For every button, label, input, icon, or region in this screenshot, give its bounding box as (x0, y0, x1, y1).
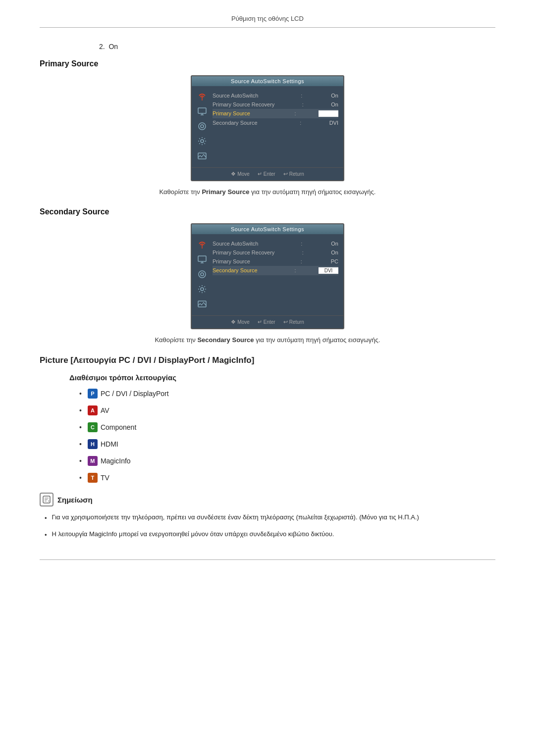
svg-rect-11 (198, 256, 206, 261)
mode-label-av: AV (101, 406, 109, 414)
secondary-source-description: Καθορίστε την Secondary Source για την α… (40, 336, 495, 344)
note-text-2: Η λειτουργία MagicInfo μπορεί να ενεργοπ… (52, 529, 334, 539)
mode-label-component: Component (101, 423, 136, 431)
mode-label-hdmi: HDMI (101, 440, 118, 448)
badge-av: A (88, 405, 98, 415)
osd-icon-s5 (197, 299, 208, 309)
mode-list: • P PC / DVI / DisplayPort • A AV • C Co… (79, 389, 495, 483)
svg-point-5 (199, 123, 206, 130)
osd-icon-s2 (197, 254, 208, 265)
picture-section-title: Picture [Λειτουργία PC / DVI / DisplayPo… (40, 355, 495, 365)
list-item-component: • C Component (79, 422, 495, 432)
badge-pc: P (88, 389, 98, 399)
list-item-hdmi: • H HDMI (79, 439, 495, 449)
mode-label-tv: TV (101, 474, 109, 482)
osd-footer-primary: ❖ Move ↵ Enter ↩ Return (192, 167, 343, 180)
primary-source-description: Καθορίστε την Primary Source για την αυτ… (40, 188, 495, 196)
svg-rect-2 (198, 108, 206, 113)
osd-icon-s3 (197, 269, 208, 280)
note-section: Σημείωση • Για να χρησιμοποιήσετε την τη… (40, 493, 495, 540)
osd-row-s-recovery: Primary Source Recovery : On (213, 248, 338, 257)
osd-menu-secondary: Source AutoSwitch : On Primary Source Re… (213, 239, 338, 309)
secondary-source-screen: Source AutoSwitch Settings (40, 223, 495, 329)
note-list: • Για να χρησιμοποιήσετε την τηλεόραση, … (45, 512, 495, 540)
svg-point-6 (201, 125, 204, 128)
badge-component: C (88, 422, 98, 432)
osd-footer-secondary: ❖ Move ↵ Enter ↩ Return (192, 315, 343, 328)
osd-icon-5 (197, 151, 208, 161)
osd-row-secondary-source-1: Secondary Source : DVI (213, 118, 338, 127)
svg-point-10 (202, 245, 203, 246)
secondary-source-title: Secondary Source (40, 207, 495, 216)
page-title: Ρύθμιση της οθόνης LCD (231, 15, 304, 22)
note-item-2: • Η λειτουργία MagicInfo μπορεί να ενεργ… (45, 529, 495, 540)
osd-row-s-secondary: Secondary Source : DVI (213, 266, 338, 275)
osd-icon-4 (197, 136, 208, 147)
osd-icon-2 (197, 106, 208, 117)
note-header: Σημείωση (40, 493, 495, 506)
osd-title-secondary: Source AutoSwitch Settings (192, 224, 343, 234)
osd-row-primary-source: Primary Source : (213, 109, 338, 118)
mode-label-pc: PC / DVI / DisplayPort (101, 390, 169, 398)
note-item-1: • Για να χρησιμοποιήσετε την τηλεόραση, … (45, 512, 495, 523)
list-item-magicinfo: • M MagicInfo (79, 456, 495, 466)
badge-tv: T (88, 473, 98, 483)
bottom-border (40, 559, 495, 560)
badge-magicinfo: M (88, 456, 98, 466)
osd-screen-secondary: Source AutoSwitch Settings (191, 223, 344, 329)
page-header: Ρύθμιση της οθόνης LCD (40, 10, 495, 28)
osd-icons-primary (197, 91, 208, 161)
badge-hdmi: H (88, 439, 98, 449)
list-item-pc: • P PC / DVI / DisplayPort (79, 389, 495, 399)
osd-icon-s4 (197, 284, 208, 295)
osd-row-s-primary: Primary Source : PC (213, 257, 338, 266)
osd-row-s-autoswitch: Source AutoSwitch : On (213, 239, 338, 248)
note-title: Σημείωση (57, 496, 93, 504)
osd-menu-primary: Source AutoSwitch : On Primary Source Re… (213, 91, 338, 161)
list-item-av: • A AV (79, 405, 495, 415)
osd-icon-3 (197, 121, 208, 132)
list-item-tv: • T TV (79, 473, 495, 483)
picture-sub-title: Διαθέσιμοι τρόποι λειτουργίας (69, 373, 495, 382)
svg-point-16 (201, 288, 204, 291)
osd-screen-primary: Source AutoSwitch Settings (191, 75, 344, 181)
primary-source-title: Primary Source (40, 59, 495, 68)
osd-icons-secondary (197, 239, 208, 309)
osd-icon-s1 (197, 239, 208, 250)
osd-title-primary: Source AutoSwitch Settings (192, 76, 343, 86)
mode-label-magicinfo: MagicInfo (101, 457, 131, 465)
svg-point-14 (199, 271, 206, 278)
osd-icon-1 (197, 91, 208, 102)
svg-point-7 (201, 140, 204, 143)
svg-point-1 (202, 97, 203, 98)
primary-source-screen: Source AutoSwitch Settings (40, 75, 495, 181)
note-icon (40, 493, 54, 506)
osd-row-recovery: Primary Source Recovery : On (213, 100, 338, 109)
note-text-1: Για να χρησιμοποιήσετε την τηλεόραση, πρ… (52, 512, 419, 522)
step-number: 2. On (99, 43, 495, 50)
osd-row-autoswitch: Source AutoSwitch : On (213, 91, 338, 100)
svg-point-15 (201, 273, 204, 276)
